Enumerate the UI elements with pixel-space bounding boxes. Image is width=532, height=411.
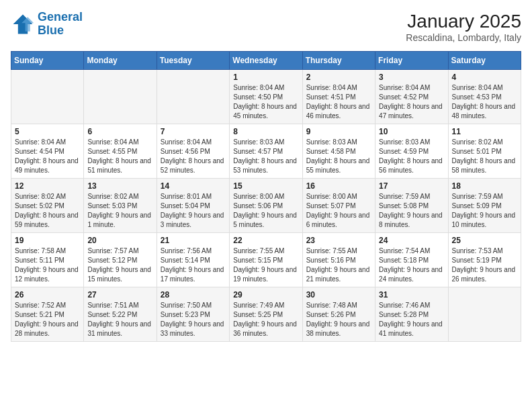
day-info: Sunrise: 7:57 AM Sunset: 5:12 PM Dayligh… — [87, 246, 152, 284]
calendar-day-cell — [84, 70, 157, 124]
dow-cell: Saturday — [448, 52, 521, 70]
day-info: Sunrise: 7:52 AM Sunset: 5:21 PM Dayligh… — [15, 301, 80, 338]
calendar-day-cell: 24Sunrise: 7:54 AM Sunset: 5:18 PM Dayli… — [375, 233, 448, 287]
title-area: January 2025 Rescaldina, Lombardy, Italy — [406, 11, 521, 43]
day-info: Sunrise: 8:02 AM Sunset: 5:03 PM Dayligh… — [87, 192, 152, 230]
day-info: Sunrise: 7:49 AM Sunset: 5:25 PM Dayligh… — [233, 301, 298, 338]
day-info: Sunrise: 8:00 AM Sunset: 5:06 PM Dayligh… — [233, 192, 298, 230]
calendar-day-cell: 19Sunrise: 7:58 AM Sunset: 5:11 PM Dayli… — [11, 233, 84, 287]
day-info: Sunrise: 8:03 AM Sunset: 4:57 PM Dayligh… — [233, 138, 298, 175]
day-number: 10 — [379, 127, 444, 136]
calendar-day-cell — [11, 70, 84, 124]
calendar-day-cell: 17Sunrise: 7:59 AM Sunset: 5:08 PM Dayli… — [375, 179, 448, 233]
dow-cell: Monday — [84, 52, 157, 70]
calendar-day-cell: 15Sunrise: 8:00 AM Sunset: 5:06 PM Dayli… — [230, 179, 302, 233]
day-number: 7 — [161, 127, 226, 136]
day-info: Sunrise: 8:04 AM Sunset: 4:55 PM Dayligh… — [87, 138, 152, 175]
calendar-day-cell: 11Sunrise: 8:02 AM Sunset: 5:01 PM Dayli… — [448, 124, 521, 179]
day-info: Sunrise: 7:59 AM Sunset: 5:09 PM Dayligh… — [452, 192, 517, 230]
day-info: Sunrise: 7:48 AM Sunset: 5:26 PM Dayligh… — [306, 301, 371, 338]
calendar-day-cell: 22Sunrise: 7:55 AM Sunset: 5:15 PM Dayli… — [230, 233, 302, 287]
calendar-day-cell — [157, 70, 229, 124]
calendar-day-cell: 10Sunrise: 8:03 AM Sunset: 4:59 PM Dayli… — [375, 124, 448, 179]
day-info: Sunrise: 8:04 AM Sunset: 4:50 PM Dayligh… — [233, 83, 298, 121]
day-number: 6 — [87, 127, 152, 136]
day-of-week-header: SundayMondayTuesdayWednesdayThursdayFrid… — [11, 52, 521, 70]
day-number: 17 — [379, 181, 444, 191]
calendar-day-cell: 3Sunrise: 8:04 AM Sunset: 4:52 PM Daylig… — [375, 70, 448, 124]
day-info: Sunrise: 8:04 AM Sunset: 4:51 PM Dayligh… — [306, 83, 371, 121]
day-info: Sunrise: 8:04 AM Sunset: 4:54 PM Dayligh… — [15, 138, 80, 175]
calendar-day-cell: 27Sunrise: 7:51 AM Sunset: 5:22 PM Dayli… — [84, 287, 157, 342]
dow-cell: Sunday — [11, 52, 84, 70]
day-info: Sunrise: 7:50 AM Sunset: 5:23 PM Dayligh… — [161, 301, 226, 338]
day-number: 23 — [306, 236, 371, 245]
calendar-subtitle: Rescaldina, Lombardy, Italy — [406, 32, 521, 43]
day-info: Sunrise: 7:55 AM Sunset: 5:15 PM Dayligh… — [233, 246, 298, 284]
calendar-day-cell — [448, 287, 521, 342]
day-info: Sunrise: 8:00 AM Sunset: 5:07 PM Dayligh… — [306, 192, 371, 230]
calendar-day-cell: 30Sunrise: 7:48 AM Sunset: 5:26 PM Dayli… — [302, 287, 375, 342]
calendar-day-cell: 9Sunrise: 8:03 AM Sunset: 4:58 PM Daylig… — [302, 124, 375, 179]
calendar-day-cell: 12Sunrise: 8:02 AM Sunset: 5:02 PM Dayli… — [11, 179, 84, 233]
day-info: Sunrise: 8:04 AM Sunset: 4:53 PM Dayligh… — [452, 83, 517, 121]
calendar-day-cell: 7Sunrise: 8:04 AM Sunset: 4:56 PM Daylig… — [157, 124, 229, 179]
day-number: 31 — [379, 290, 444, 300]
day-number: 30 — [306, 290, 371, 300]
calendar-body: 1Sunrise: 8:04 AM Sunset: 4:50 PM Daylig… — [11, 70, 521, 342]
calendar-day-cell: 1Sunrise: 8:04 AM Sunset: 4:50 PM Daylig… — [230, 70, 302, 124]
calendar-day-cell: 6Sunrise: 8:04 AM Sunset: 4:55 PM Daylig… — [84, 124, 157, 179]
logo-icon — [11, 12, 35, 36]
day-number: 1 — [233, 73, 298, 82]
day-number: 12 — [15, 181, 80, 191]
calendar-week-row: 26Sunrise: 7:52 AM Sunset: 5:21 PM Dayli… — [11, 287, 521, 342]
calendar-day-cell: 26Sunrise: 7:52 AM Sunset: 5:21 PM Dayli… — [11, 287, 84, 342]
logo: General Blue — [11, 11, 83, 38]
day-number: 24 — [379, 236, 444, 245]
day-number: 19 — [15, 236, 80, 245]
day-number: 4 — [452, 73, 517, 82]
calendar-day-cell: 13Sunrise: 8:02 AM Sunset: 5:03 PM Dayli… — [84, 179, 157, 233]
day-info: Sunrise: 8:02 AM Sunset: 5:02 PM Dayligh… — [15, 192, 80, 230]
day-number: 26 — [15, 290, 80, 300]
day-info: Sunrise: 7:53 AM Sunset: 5:19 PM Dayligh… — [452, 246, 517, 284]
calendar-day-cell: 2Sunrise: 8:04 AM Sunset: 4:51 PM Daylig… — [302, 70, 375, 124]
calendar-day-cell: 5Sunrise: 8:04 AM Sunset: 4:54 PM Daylig… — [11, 124, 84, 179]
day-number: 28 — [161, 290, 226, 300]
logo-line2: Blue — [38, 24, 64, 37]
calendar-week-row: 19Sunrise: 7:58 AM Sunset: 5:11 PM Dayli… — [11, 233, 521, 287]
day-number: 14 — [161, 181, 226, 191]
logo-text: General Blue — [38, 11, 83, 38]
day-number: 21 — [161, 236, 226, 245]
day-info: Sunrise: 8:03 AM Sunset: 4:59 PM Dayligh… — [379, 138, 444, 175]
calendar-day-cell: 31Sunrise: 7:46 AM Sunset: 5:28 PM Dayli… — [375, 287, 448, 342]
day-number: 8 — [233, 127, 298, 136]
day-info: Sunrise: 7:55 AM Sunset: 5:16 PM Dayligh… — [306, 246, 371, 284]
day-info: Sunrise: 8:04 AM Sunset: 4:56 PM Dayligh… — [161, 138, 226, 175]
day-number: 22 — [233, 236, 298, 245]
calendar-table: SundayMondayTuesdayWednesdayThursdayFrid… — [11, 51, 521, 342]
calendar-day-cell: 28Sunrise: 7:50 AM Sunset: 5:23 PM Dayli… — [157, 287, 229, 342]
header: General Blue January 2025 Rescaldina, Lo… — [11, 11, 521, 43]
day-info: Sunrise: 7:51 AM Sunset: 5:22 PM Dayligh… — [87, 301, 152, 338]
day-info: Sunrise: 7:56 AM Sunset: 5:14 PM Dayligh… — [161, 246, 226, 284]
day-info: Sunrise: 8:01 AM Sunset: 5:04 PM Dayligh… — [161, 192, 226, 230]
day-info: Sunrise: 7:58 AM Sunset: 5:11 PM Dayligh… — [15, 246, 80, 284]
day-number: 3 — [379, 73, 444, 82]
day-number: 18 — [452, 181, 517, 191]
calendar-day-cell: 21Sunrise: 7:56 AM Sunset: 5:14 PM Dayli… — [157, 233, 229, 287]
day-number: 5 — [15, 127, 80, 136]
calendar-title: January 2025 — [406, 11, 521, 32]
dow-cell: Thursday — [302, 52, 375, 70]
day-number: 11 — [452, 127, 517, 136]
calendar-day-cell: 4Sunrise: 8:04 AM Sunset: 4:53 PM Daylig… — [448, 70, 521, 124]
calendar-day-cell: 20Sunrise: 7:57 AM Sunset: 5:12 PM Dayli… — [84, 233, 157, 287]
calendar-week-row: 1Sunrise: 8:04 AM Sunset: 4:50 PM Daylig… — [11, 70, 521, 124]
day-info: Sunrise: 7:59 AM Sunset: 5:08 PM Dayligh… — [379, 192, 444, 230]
day-number: 9 — [306, 127, 371, 136]
day-info: Sunrise: 7:54 AM Sunset: 5:18 PM Dayligh… — [379, 246, 444, 284]
day-number: 27 — [87, 290, 152, 300]
calendar-day-cell: 25Sunrise: 7:53 AM Sunset: 5:19 PM Dayli… — [448, 233, 521, 287]
day-number: 29 — [233, 290, 298, 300]
calendar-day-cell: 14Sunrise: 8:01 AM Sunset: 5:04 PM Dayli… — [157, 179, 229, 233]
